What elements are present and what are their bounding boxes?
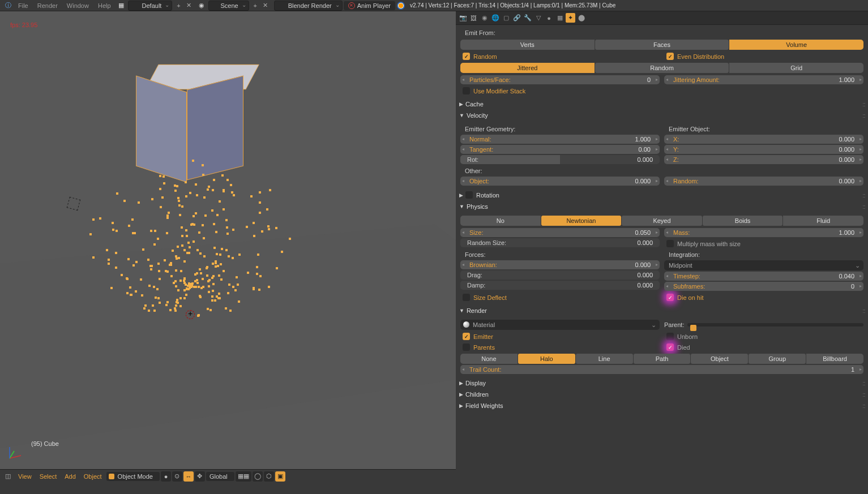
cache-panel-header[interactable]: ▶ Cache:::: <box>456 98 868 110</box>
camera-object-icon[interactable] <box>67 197 80 211</box>
tab-world-icon[interactable]: 🌐 <box>490 13 500 23</box>
emit-faces-button[interactable]: Faces <box>595 40 729 50</box>
shading-sphere-icon[interactable]: ● <box>161 471 171 482</box>
stop-icon[interactable]: ✕ <box>348 2 355 9</box>
damp-field[interactable]: Damp:0.000 <box>460 281 660 290</box>
layout-icon[interactable]: ▦ <box>117 1 126 10</box>
trail-count-field[interactable]: Trail Count:1 <box>460 365 863 374</box>
vel-random-field[interactable]: Random:0.000 <box>664 177 863 186</box>
brownian-field[interactable]: Brownian:0.000 <box>460 260 660 269</box>
3d-viewport[interactable]: fps: 23.95 (95) Cube ◫ View Select Add O… <box>0 11 456 483</box>
layout-add-icon[interactable]: + <box>174 1 183 10</box>
layout-dropdown[interactable]: Default <box>128 1 173 11</box>
menu-render[interactable]: Render <box>33 2 62 9</box>
particles-face-field[interactable]: Particles/Face: 0 <box>460 75 660 84</box>
render-object-button[interactable]: Object <box>691 354 748 364</box>
layers-widget[interactable]: ▦▦ <box>236 471 251 482</box>
rot-field[interactable]: Rot:0.000 <box>460 155 660 164</box>
tab-particles-icon[interactable]: ✦ <box>566 13 575 23</box>
pivot-icon[interactable]: ⊙ <box>172 471 182 482</box>
physics-no-button[interactable]: No <box>460 216 541 226</box>
vh-select[interactable]: Select <box>36 473 61 480</box>
physics-panel-header[interactable]: ▼ Physics:::: <box>456 201 868 212</box>
info-editor-icon[interactable]: ⓘ <box>3 1 12 10</box>
dist-random-button[interactable]: Random <box>595 63 729 73</box>
orientation-dropdown[interactable]: Global <box>206 472 234 481</box>
field-weights-panel-header[interactable]: ▶Field Weights:::: <box>456 400 868 411</box>
tab-render-icon[interactable]: 📷 <box>458 13 468 23</box>
unborn-checkbox[interactable] <box>666 333 674 340</box>
layout-delete-icon[interactable]: ✕ <box>184 1 193 10</box>
emitter-checkbox[interactable] <box>463 333 470 340</box>
emit-verts-button[interactable]: Verts <box>460 40 595 50</box>
vel-y-field[interactable]: Y:0.000 <box>664 145 863 154</box>
tab-data-icon[interactable]: ▽ <box>533 13 543 23</box>
tab-modifiers-icon[interactable]: 🔧 <box>523 13 532 23</box>
vel-object-field[interactable]: Object:0.000 <box>460 177 660 186</box>
physics-newtonian-button[interactable]: Newtonian <box>541 216 622 226</box>
emit-volume-button[interactable]: Volume <box>729 40 863 50</box>
physics-keyed-button[interactable]: Keyed <box>622 216 702 226</box>
tab-physics-icon[interactable]: ⬤ <box>576 13 586 23</box>
scene-icon[interactable]: ◉ <box>197 1 206 10</box>
random-size-field[interactable]: Random Size:0.000 <box>460 238 660 247</box>
physics-fluid-button[interactable]: Fluid <box>783 216 863 226</box>
menu-window[interactable]: Window <box>62 2 93 9</box>
translate-icon[interactable]: ✥ <box>195 471 205 482</box>
tab-renderlayers-icon[interactable]: 🖼 <box>469 13 478 23</box>
render-none-button[interactable]: None <box>460 354 518 364</box>
render-path-button[interactable]: Path <box>634 354 691 364</box>
scene-add-icon[interactable]: + <box>251 1 260 10</box>
anim-player-button[interactable]: ✕ Anim Player <box>344 1 395 10</box>
integration-dropdown[interactable]: Midpoint <box>664 260 863 270</box>
tab-constraints-icon[interactable]: 🔗 <box>512 13 521 23</box>
vh-view[interactable]: View <box>15 473 35 480</box>
render-halo-button[interactable]: Halo <box>518 354 575 364</box>
random-checkbox[interactable] <box>463 53 470 60</box>
jittered-button[interactable]: Jittered <box>460 63 595 73</box>
scene-dropdown[interactable]: Scene <box>208 1 249 11</box>
proportional-icon[interactable]: ◯ <box>253 471 263 482</box>
tab-material-icon[interactable]: ● <box>544 13 554 23</box>
tab-texture-icon[interactable]: ▦ <box>555 13 565 23</box>
snap-icon[interactable]: ⬡ <box>264 471 274 482</box>
render-billboard-button[interactable]: Billboard <box>806 354 863 364</box>
mass-field[interactable]: Mass:1.000 <box>664 228 863 237</box>
render-line-button[interactable]: Line <box>576 354 633 364</box>
3dview-editor-icon[interactable]: ◫ <box>3 472 12 481</box>
vh-add[interactable]: Add <box>61 473 79 480</box>
normal-field[interactable]: Normal:1.000 <box>460 135 660 144</box>
render-panel-header[interactable]: ▼ Render:::: <box>456 305 868 316</box>
render-engine-dropdown[interactable]: Blender Render <box>274 1 343 11</box>
timestep-field[interactable]: Timestep:0.040 <box>664 272 863 281</box>
rotation-enable-checkbox[interactable] <box>465 191 473 199</box>
mult-mass-checkbox[interactable] <box>666 240 674 247</box>
tangent-field[interactable]: Tangent:0.00 <box>460 145 660 154</box>
drag-field[interactable]: Drag:0.000 <box>460 270 660 280</box>
parent-field[interactable] <box>687 323 863 327</box>
children-panel-header[interactable]: ▶Children:::: <box>456 389 868 400</box>
size-field[interactable]: Size:0.050 <box>460 228 660 237</box>
render-group-button[interactable]: Group <box>749 354 806 364</box>
use-modifier-checkbox[interactable] <box>463 87 470 94</box>
parents-checkbox[interactable] <box>463 343 470 351</box>
manipulator-icon[interactable]: ↔ <box>183 471 194 482</box>
vel-x-field[interactable]: X:0.000 <box>664 135 863 144</box>
jitter-amount-field[interactable]: Jittering Amount: 1.000 <box>664 75 863 84</box>
render-preview-icon[interactable]: ▣ <box>275 471 285 482</box>
tab-object-icon[interactable]: ▢ <box>501 13 511 23</box>
tab-scene-icon[interactable]: ◉ <box>480 13 489 23</box>
menu-help[interactable]: Help <box>93 2 116 9</box>
physics-boids-button[interactable]: Boids <box>703 216 783 226</box>
velocity-panel-header[interactable]: ▼ Velocity:::: <box>456 110 868 121</box>
display-panel-header[interactable]: ▶Display:::: <box>456 377 868 389</box>
die-on-hit-checkbox[interactable] <box>666 294 674 301</box>
mode-dropdown[interactable]: Object Mode <box>106 472 160 481</box>
dist-grid-button[interactable]: Grid <box>729 63 863 73</box>
subframes-field[interactable]: Subframes:0 <box>664 282 863 291</box>
died-checkbox[interactable] <box>666 343 674 351</box>
vh-object[interactable]: Object <box>80 473 105 480</box>
material-dropdown[interactable]: Material <box>460 320 660 330</box>
even-dist-checkbox[interactable] <box>666 53 674 60</box>
cube-object[interactable] <box>136 63 238 182</box>
